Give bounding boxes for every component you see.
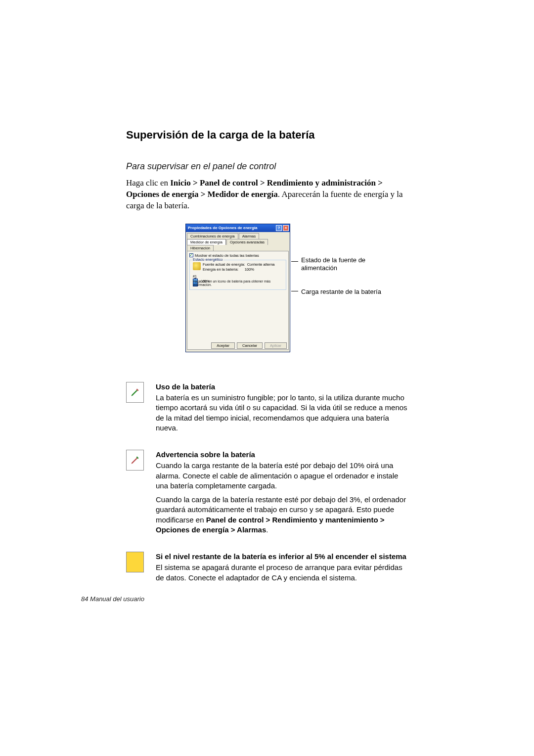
dialog-titlebar: Propiedades de Opciones de energía ? × [186,224,290,232]
callout-line-1 [291,261,298,262]
page-footer: 84 Manual del usuario [81,595,144,603]
battery-energy-value: 100% [245,267,254,272]
dialog-pane: Mostrar el estado de todas las baterías … [187,251,289,350]
caution-note-icon [126,552,144,572]
tab-avanzadas[interactable]: Opciones avanzadas [226,239,268,245]
note2-title: Advertencia sobre la batería [156,450,408,460]
pencil-icon [130,387,140,397]
battery-energy-label: Energía en la batería: [203,267,238,272]
note-battery-warning: Advertencia sobre la batería Cuando la c… [126,450,408,539]
intro-paragraph: Haga clic en Inicio > Panel de control >… [126,178,408,212]
section-heading: Supervisión de la carga de la batería [126,129,408,142]
note2-p1: Cuando la carga restante de la batería e… [156,461,408,491]
note2-p2-post: . [266,525,268,534]
help-icon[interactable]: ? [276,225,282,231]
dialog-title: Propiedades de Opciones de energía [188,226,258,230]
battery-number: #1 [193,275,283,278]
tab-combinaciones[interactable]: Combinaciones de energía [187,233,238,239]
dialog-figure: Propiedades de Opciones de energía ? × C… [126,224,408,362]
note2-p2: Cuando la carga de la batería restante e… [156,495,408,535]
callout-power-source: Estado de la fuente de alimentación [301,256,400,273]
group-legend: Estado energético [192,257,223,262]
dialog-hint: Haga clic en un icono de batería para ob… [193,280,283,286]
tab-medidor[interactable]: Medidor de energía [187,239,226,245]
note3-title: Si el nivel restante de la batería es in… [156,552,408,562]
hand-icon [130,555,140,569]
note-caution: Si el nivel restante de la batería es in… [126,552,408,587]
pencil-note-icon [126,450,144,471]
ok-button[interactable]: Aceptar [211,342,235,349]
note-battery-use: Uso de la batería La batería es un sumin… [126,382,408,437]
apply-button: Aplicar [265,342,287,349]
tab-hibernacion[interactable]: Hibernación [187,245,214,251]
manual-page: Supervisión de la carga de la batería Pa… [0,0,534,756]
pencil-icon [130,455,140,465]
cancel-button[interactable]: Cancelar [237,342,263,349]
dialog-tabs: Combinaciones de energía Alarmas Medidor… [186,232,290,251]
callouts: Estado de la fuente de alimentación Carg… [291,224,420,352]
subsection-heading: Para supervisar en el panel de control [126,161,408,172]
dialog-buttons: Aceptar Cancelar Aplicar [211,341,289,351]
callout-line-2 [291,291,298,291]
note1-body: La batería es un suministro fungible; po… [156,393,408,433]
note1-title: Uso de la batería [156,382,408,392]
power-options-dialog: Propiedades de Opciones de energía ? × C… [185,224,290,352]
tab-alarmas[interactable]: Alarmas [239,233,260,239]
note3-body: El sistema se apagará durante el proceso… [156,563,408,583]
callout-remaining-charge: Carga restante de la batería [301,288,400,296]
plug-icon [193,262,201,270]
power-source-value: Corriente alterna [247,262,275,267]
power-source-label: Fuente actual de energía: [203,262,245,267]
close-icon[interactable]: × [283,225,289,231]
pencil-note-icon [126,382,144,403]
intro-pre: Haga clic en [126,178,170,188]
power-status-group: Estado energético Fuente actual de energ… [189,260,286,290]
